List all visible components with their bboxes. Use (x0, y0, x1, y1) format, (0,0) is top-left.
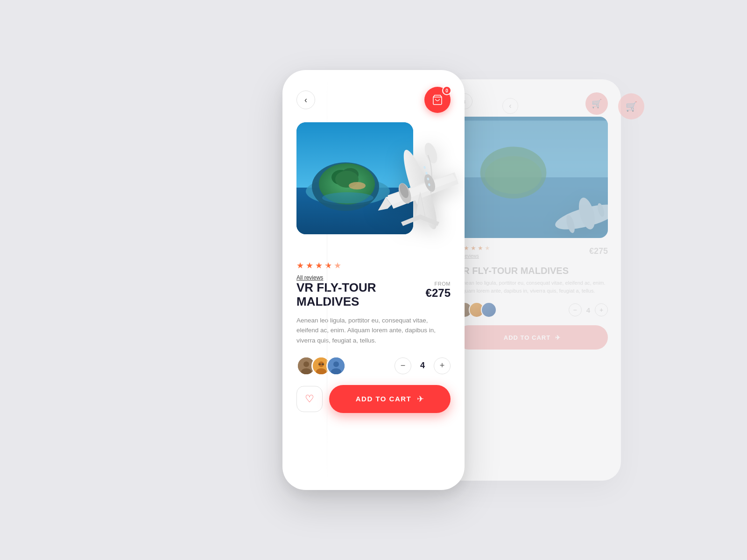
avatar-3 (326, 356, 346, 376)
svg-point-20 (422, 141, 439, 165)
main-phone-card: ‹ 0 (282, 70, 465, 490)
svg-rect-42 (322, 363, 324, 364)
heart-icon: ♡ (305, 393, 314, 405)
add-to-cart-label: ADD TO CART (356, 395, 412, 403)
star-half: ★ (334, 260, 341, 271)
ghost-product-desc: Aenean leo ligula, porttitor eu, consequ… (457, 279, 608, 294)
add-to-cart-button[interactable]: ADD TO CART ✈ (329, 385, 451, 413)
rating-row: ★ ★ ★ ★ ★ (296, 260, 451, 271)
ghost-avatar-3 (481, 302, 497, 318)
scene: ‹ 🛒 ★ (163, 51, 584, 509)
price-block: FROM €275 (426, 281, 451, 300)
ghost-add-to-cart: ADD TO CART ✈ (457, 325, 608, 350)
product-description: Aenean leo ligula, porttitor eu, consequ… (296, 315, 451, 346)
quantity-stepper: − 4 + (395, 357, 451, 374)
product-title: VR FLY-TOURMALDIVES (296, 281, 376, 309)
svg-point-36 (303, 361, 309, 367)
favorite-button[interactable]: ♡ (296, 386, 323, 412)
ghost-hero-image (457, 117, 608, 238)
decrement-button[interactable]: − (395, 357, 411, 374)
ghost-cart-button: 🛒 (585, 92, 608, 115)
ghost-stepper: − 4 + (569, 303, 608, 316)
star-3: ★ (315, 260, 323, 271)
star-1: ★ (296, 260, 304, 271)
action-row: ♡ ADD TO CART ✈ (296, 385, 451, 413)
controls-row: − 4 + (296, 356, 451, 376)
back-button[interactable]: ‹ (296, 91, 315, 109)
cart-badge: 0 (442, 86, 451, 95)
ghost-back-icon: ‹ (502, 98, 518, 114)
svg-marker-26 (401, 215, 422, 226)
product-info-row: VR FLY-TOURMALDIVES FROM €275 (296, 281, 451, 309)
cart-button[interactable]: 0 (424, 87, 451, 113)
all-reviews-link[interactable]: All reviews (296, 274, 451, 281)
price-value: €275 (426, 287, 451, 299)
ghost-card: ‹ 🛒 ★ (444, 79, 621, 481)
svg-point-17 (349, 182, 366, 189)
minus-icon: − (401, 361, 406, 371)
main-card-inner: ‹ 0 (282, 70, 465, 490)
avatar-group (296, 356, 346, 376)
ghost-increment: + (595, 303, 608, 316)
plane-hero-image (366, 132, 465, 244)
star-4: ★ (324, 260, 332, 271)
star-2: ★ (306, 260, 313, 271)
svg-rect-31 (423, 166, 426, 169)
quantity-value: 4 (418, 361, 427, 371)
top-bar: ‹ 0 (296, 87, 451, 113)
svg-rect-41 (318, 363, 321, 364)
ghost-controls: − 4 + (457, 302, 608, 318)
cart-icon (432, 94, 443, 105)
back-chevron-icon: ‹ (304, 95, 307, 105)
ghost-product-title: VR FLY-TOUR MALDIVES (457, 265, 569, 276)
ghost-product-price: €275 (589, 246, 608, 256)
svg-point-3 (485, 156, 542, 194)
increment-button[interactable]: + (434, 357, 451, 374)
price-from-label: FROM (426, 281, 451, 287)
ghost-cart-icon: 🛒 (618, 93, 644, 119)
ghost-stars: ★ ★ ★ ★ ★ (457, 245, 608, 252)
ghost-decrement: − (569, 303, 582, 316)
svg-point-44 (333, 361, 339, 367)
hero-area (296, 122, 451, 253)
svg-point-18 (322, 192, 374, 203)
ghost-reviews: All reviews (457, 253, 608, 259)
ghost-quantity: 4 (586, 306, 590, 314)
plane-icon: ✈ (417, 394, 424, 404)
plus-icon: + (440, 361, 445, 371)
